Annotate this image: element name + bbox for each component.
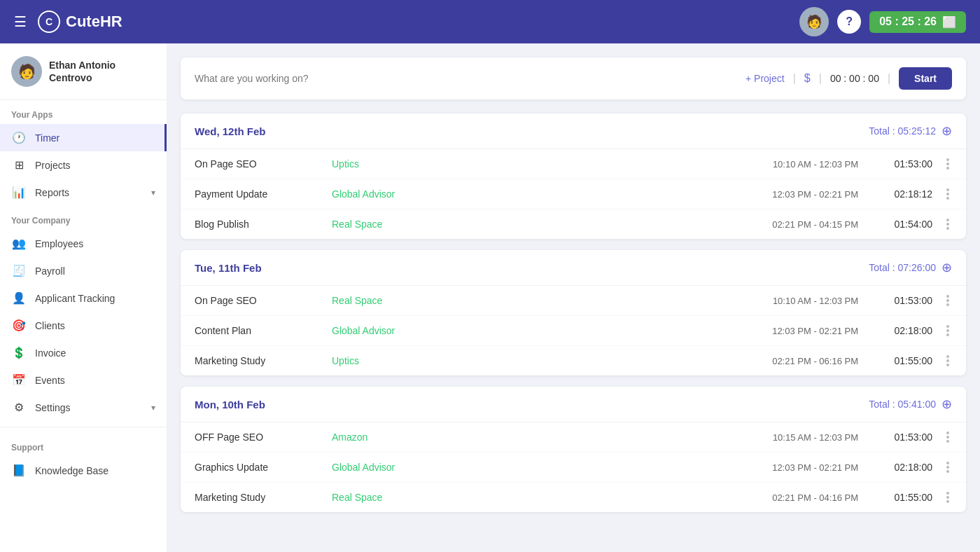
- entry-task-0-0: On Page SEO: [195, 158, 321, 170]
- dot-icon: [946, 219, 949, 221]
- day-header-2: Mon, 10th FebTotal : 05:41:00⊕: [181, 387, 966, 422]
- global-timer-display[interactable]: 05 : 25 : 26 ⬜: [869, 11, 966, 33]
- entry-project-0-2[interactable]: Real Space: [332, 219, 430, 230]
- sidebar-item-label: Settings: [35, 402, 71, 413]
- entry-project-1-2[interactable]: Uptics: [332, 355, 430, 366]
- dot-icon: [946, 303, 949, 306]
- logo-text: CuteHR: [66, 13, 122, 31]
- chevron-down-icon: ▾: [151, 188, 155, 198]
- day-total-0: Total : 05:25:12⊕: [869, 123, 952, 139]
- time-counter: 00 : 00 : 00: [830, 73, 879, 84]
- start-button[interactable]: Start: [899, 67, 952, 90]
- user-avatar-top[interactable]: 🧑: [799, 7, 829, 36]
- entry-project-2-1[interactable]: Global Advisor: [332, 462, 430, 473]
- entry-duration-0-1: 02:18:12: [869, 188, 932, 200]
- divider: |: [888, 72, 890, 85]
- sidebar-item-projects[interactable]: ⊞ Projects: [0, 151, 167, 179]
- dot-icon: [946, 158, 949, 161]
- entry-time-range-2-0: 10:15 AM - 12:03 PM: [725, 432, 858, 443]
- sidebar-item-timer[interactable]: 🕐 Timer: [0, 124, 167, 151]
- entry-project-2-0[interactable]: Amazon: [332, 432, 430, 443]
- entry-task-1-2: Marketing Study: [195, 355, 321, 366]
- sidebar-item-events[interactable]: 📅 Events: [0, 366, 167, 394]
- entry-menu-1-1[interactable]: [944, 325, 952, 336]
- day-title-0: Wed, 12th Feb: [195, 125, 265, 137]
- sidebar: 🧑 Ethan Antonio Centrovo Your Apps 🕐 Tim…: [0, 43, 167, 552]
- sidebar-item-employees[interactable]: 👥 Employees: [0, 230, 167, 257]
- dot-icon: [946, 364, 949, 366]
- day-card-0: Wed, 12th FebTotal : 05:25:12⊕On Page SE…: [181, 113, 966, 239]
- entry-project-1-1[interactable]: Global Advisor: [332, 325, 430, 336]
- dollar-button[interactable]: $: [804, 72, 811, 85]
- day-total-value-0: Total : 05:25:12: [869, 125, 936, 137]
- add-project-button[interactable]: + Project: [746, 73, 785, 84]
- entry-duration-0-2: 01:54:00: [869, 219, 932, 230]
- dot-icon: [946, 500, 949, 503]
- entry-menu-0-1[interactable]: [944, 188, 952, 200]
- username-line2: Centrovo: [49, 71, 115, 84]
- dot-icon: [946, 359, 949, 362]
- settings-icon: ⚙: [11, 401, 27, 414]
- topnav: ☰ C CuteHR 🧑 ? 05 : 25 : 26 ⬜: [0, 0, 980, 43]
- entry-project-0-0[interactable]: Uptics: [332, 158, 430, 170]
- sidebar-item-settings[interactable]: ⚙ Settings ▾: [0, 394, 167, 421]
- entry-menu-2-2[interactable]: [944, 492, 952, 503]
- entry-menu-0-2[interactable]: [944, 219, 952, 230]
- day-card-2: Mon, 10th FebTotal : 05:41:00⊕OFF Page S…: [181, 387, 966, 512]
- time-entry-2-1: Graphics UpdateGlobal Advisor12:03 PM - …: [181, 453, 966, 483]
- entry-project-0-1[interactable]: Global Advisor: [332, 188, 430, 200]
- projects-icon: ⊞: [11, 158, 27, 172]
- entry-duration-2-2: 01:55:00: [869, 492, 932, 503]
- timer-bar: + Project | $ | 00 : 00 : 00 | Start: [181, 57, 966, 99]
- sidebar-item-applicant-tracking[interactable]: 👤 Applicant Tracking: [0, 284, 167, 312]
- day-add-button-0[interactable]: ⊕: [941, 123, 952, 139]
- dot-icon: [946, 167, 949, 170]
- entry-menu-2-0[interactable]: [944, 432, 952, 443]
- entry-menu-2-1[interactable]: [944, 462, 952, 473]
- hamburger-icon[interactable]: ☰: [14, 13, 27, 30]
- entry-time-range-1-1: 12:03 PM - 02:21 PM: [725, 326, 858, 336]
- entry-task-1-1: Content Plan: [195, 325, 321, 336]
- timer-icon: 🕐: [11, 131, 27, 144]
- time-entry-0-0: On Page SEOUptics10:10 AM - 12:03 PM01:5…: [181, 149, 966, 179]
- day-total-value-1: Total : 07:26:00: [869, 262, 936, 273]
- time-entry-1-1: Content PlanGlobal Advisor12:03 PM - 02:…: [181, 316, 966, 346]
- entry-project-2-2[interactable]: Real Space: [332, 492, 430, 503]
- dot-icon: [946, 462, 949, 464]
- entry-menu-1-0[interactable]: [944, 295, 952, 306]
- sidebar-item-reports[interactable]: 📊 Reports ▾: [0, 179, 167, 206]
- sidebar-item-label: Applicant Tracking: [35, 293, 115, 304]
- day-title-1: Tue, 11th Feb: [195, 262, 262, 274]
- sidebar-item-clients[interactable]: 🎯 Clients: [0, 312, 167, 339]
- entry-menu-0-0[interactable]: [944, 158, 952, 170]
- day-add-button-1[interactable]: ⊕: [941, 260, 952, 275]
- clients-icon: 🎯: [11, 319, 27, 332]
- divider: |: [819, 72, 822, 85]
- dot-icon: [946, 329, 949, 332]
- entry-time-range-0-1: 12:03 PM - 02:21 PM: [725, 189, 858, 200]
- time-entry-2-2: Marketing StudyReal Space02:21 PM - 04:1…: [181, 483, 966, 512]
- sidebar-item-label: Events: [35, 375, 65, 386]
- time-entry-1-0: On Page SEOReal Space10:10 AM - 12:03 PM…: [181, 286, 966, 316]
- entry-time-range-0-2: 02:21 PM - 04:15 PM: [725, 219, 858, 230]
- sidebar-item-knowledge-base[interactable]: 📘 Knowledge Base: [0, 457, 167, 484]
- entry-duration-1-1: 02:18:00: [869, 325, 932, 336]
- day-add-button-2[interactable]: ⊕: [941, 396, 952, 412]
- dot-icon: [946, 188, 949, 191]
- sidebar-user-profile[interactable]: 🧑 Ethan Antonio Centrovo: [0, 43, 167, 100]
- task-input[interactable]: [195, 73, 734, 84]
- entry-time-range-0-0: 10:10 AM - 12:03 PM: [725, 159, 858, 170]
- dot-icon: [946, 492, 949, 495]
- entry-time-range-2-1: 12:03 PM - 02:21 PM: [725, 462, 858, 473]
- help-button[interactable]: ?: [837, 10, 861, 34]
- sidebar-item-payroll[interactable]: 🧾 Payroll: [0, 257, 167, 284]
- sidebar-item-label: Timer: [35, 132, 59, 144]
- entry-menu-1-2[interactable]: [944, 355, 952, 366]
- sidebar-item-invoice[interactable]: 💲 Invoice: [0, 339, 167, 366]
- entry-project-1-0[interactable]: Real Space: [332, 295, 430, 306]
- dot-icon: [946, 355, 949, 358]
- entry-task-2-2: Marketing Study: [195, 492, 321, 503]
- logo-icon: C: [38, 11, 60, 33]
- time-entry-2-0: OFF Page SEOAmazon10:15 AM - 12:03 PM01:…: [181, 422, 966, 453]
- dot-icon: [946, 299, 949, 302]
